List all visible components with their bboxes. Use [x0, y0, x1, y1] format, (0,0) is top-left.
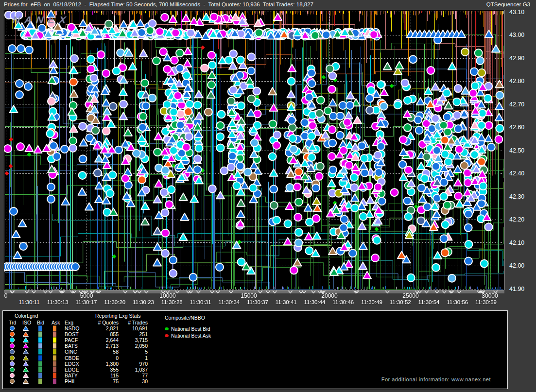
exg-header: Exg [65, 320, 73, 325]
y-axis-tick-label: 43.10 [509, 9, 534, 16]
legend-col-iso: ISO [22, 320, 31, 325]
exchange-name: EDGE [65, 367, 79, 373]
bid-swatch [37, 378, 44, 384]
iso-swatch [22, 343, 29, 349]
x-axis-seq-label: 25000 [394, 292, 428, 299]
ask-swatch [52, 361, 58, 367]
legend-row-pacf: PACF2,6443,715 [3, 337, 149, 343]
bid-swatch [37, 355, 44, 361]
trd-swatch [9, 361, 16, 367]
bid-swatch [37, 349, 44, 355]
trade-count: 5 [119, 349, 148, 355]
trade-count: 30 [119, 378, 148, 384]
price-chart-canvas[interactable] [4, 10, 504, 293]
iso-swatch [22, 337, 29, 343]
quote-count: 1,300 [89, 361, 119, 367]
y-axis-tick-label: 42.20 [509, 216, 534, 223]
legend-row-bats: BATS2,7132,050 [3, 343, 149, 349]
y-axis-tick-label: 41.90 [509, 286, 534, 292]
exchange-name: BATS [65, 343, 78, 349]
legend-title: ColorLgnd [15, 313, 38, 319]
quote-count: 115 [89, 373, 119, 378]
x-axis-seq-label: 5000 [69, 292, 104, 299]
best-ask-dot [165, 334, 169, 337]
trade-count: 10,691 [119, 325, 148, 331]
quote-count: 855 [89, 331, 119, 337]
exchange-name: CINC [65, 349, 77, 355]
y-axis-tick-label: 42.90 [509, 55, 534, 62]
trd-swatch [9, 331, 16, 337]
ask-swatch [52, 331, 58, 337]
legend-row-nsdq: NSDQ2,82110,691 [3, 325, 149, 331]
trd-swatch [9, 349, 16, 355]
iso-swatch [22, 355, 29, 361]
ask-swatch [52, 378, 58, 384]
ask-swatch [52, 343, 58, 349]
legend-row-baty: BATY11577 [3, 373, 149, 378]
quote-count: 58 [89, 349, 119, 355]
legend-col-bid: Bid [37, 320, 44, 325]
trd-swatch [9, 373, 16, 378]
x-axis-seq-label: 10000 [151, 292, 185, 299]
trade-count: 3,715 [119, 337, 148, 343]
quote-count: 75 [89, 378, 119, 384]
footer-url: For additional information: www.nanex.ne… [340, 376, 491, 382]
exchange-name: PACF [65, 337, 78, 343]
ask-swatch [52, 325, 58, 331]
best-bid-label: National Best Bid [171, 326, 210, 332]
exchange-name: NSDQ [65, 325, 79, 331]
trade-count: 2,050 [119, 343, 148, 349]
window-title: Prices for eFB on 05/18/2012 - Elapsed T… [4, 1, 313, 7]
trd-swatch [9, 337, 16, 343]
iso-swatch [22, 349, 29, 355]
bid-swatch [37, 325, 44, 331]
bid-swatch [37, 343, 44, 349]
trd-swatch [9, 325, 16, 331]
quotes-header: # Quotes [89, 320, 119, 325]
y-axis-tick-label: 42.60 [509, 124, 534, 131]
quote-count: 2,644 [89, 337, 119, 343]
ask-swatch [52, 337, 58, 343]
ask-swatch [52, 367, 58, 373]
composite-header: Composite/NBBO [165, 315, 205, 321]
trd-swatch [9, 355, 16, 361]
title-bar: Prices for eFB on 05/18/2012 - Elapsed T… [0, 0, 536, 10]
x-axis-seq-label: 15000 [232, 292, 266, 299]
nanex-logo: NANEX [12, 14, 71, 26]
qtsequencer-window: Prices for eFB on 05/18/2012 - Elapsed T… [0, 0, 536, 392]
trade-count: 251 [119, 331, 148, 337]
iso-swatch [22, 331, 29, 337]
legend-col-ask: Ask [52, 320, 60, 325]
app-name: QTSequencer G3 [486, 1, 530, 7]
x-axis-seq-label: 0 [0, 292, 23, 299]
exchange-name: BOST [65, 331, 79, 337]
bid-swatch [37, 367, 44, 373]
bid-swatch [37, 361, 44, 367]
legend-row-edgx: EDGX1,300970 [3, 361, 149, 367]
best-ask-label: National Best Ask [171, 333, 211, 339]
best-bid-dot [165, 327, 169, 330]
ask-swatch [52, 373, 58, 378]
stats-header: Reporting Exg Stats [95, 313, 140, 319]
y-axis-tick-label: 42.70 [509, 101, 534, 108]
quote-count: 2,821 [89, 325, 119, 331]
quote-count: 0 [89, 355, 119, 361]
y-axis-tick-label: 42.10 [509, 239, 534, 246]
trade-count: 970 [119, 361, 148, 367]
x-axis-time-label: 11:30:59 [467, 299, 505, 305]
trade-count: 1 [119, 355, 148, 361]
trd-swatch [9, 378, 16, 384]
y-axis-tick-label: 42.00 [509, 262, 534, 269]
trd-swatch [9, 367, 16, 373]
legend-col-trd: Trd [9, 320, 16, 325]
quote-count: 2,713 [89, 343, 119, 349]
y-axis-tick-label: 42.80 [509, 78, 534, 85]
exchange-name: BATY [65, 373, 78, 378]
ask-swatch [52, 349, 58, 355]
iso-swatch [22, 367, 29, 373]
trade-count: 77 [119, 373, 148, 378]
iso-swatch [22, 325, 29, 331]
y-axis-tick-label: 43.00 [509, 32, 534, 38]
ask-swatch [52, 355, 58, 361]
y-axis-tick-label: 42.30 [509, 193, 534, 200]
